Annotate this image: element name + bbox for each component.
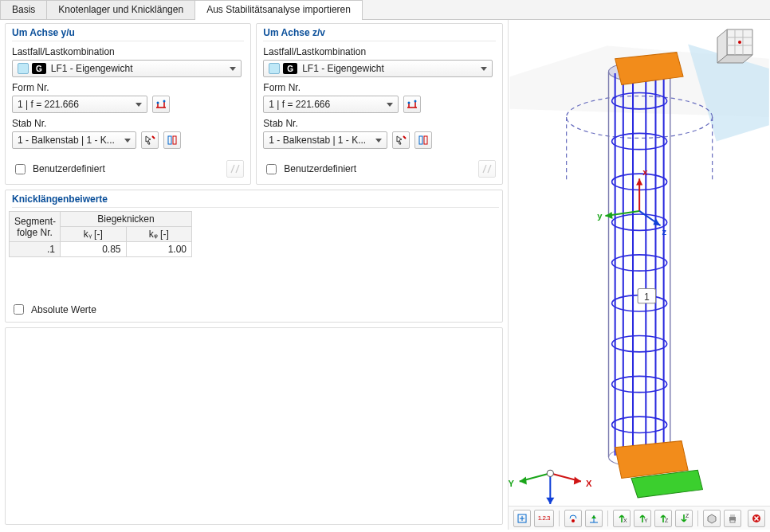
cell-segment: .1: [10, 242, 61, 257]
cell-kz[interactable]: 1.00: [126, 242, 192, 257]
group-buckling-factors: Knicklängenbeiwerte Segment- folge Nr. B…: [5, 190, 503, 323]
svg-text:Y: Y: [644, 518, 648, 523]
col-biegeknicken-header: Biegeknicken: [61, 212, 192, 227]
navigation-cube[interactable]: [714, 26, 759, 71]
svg-rect-68: [730, 520, 735, 522]
pick-member-button-y[interactable]: [141, 131, 159, 149]
refresh-view-button[interactable]: [513, 510, 531, 527]
svg-point-33: [611, 417, 666, 432]
svg-rect-7: [424, 136, 427, 144]
form-value-z: 1 | f = 221.666: [269, 99, 330, 110]
svg-text:x: x: [642, 167, 648, 177]
group-axis-yu-title: Um Achse y/u: [12, 27, 244, 41]
form-dropdown-y[interactable]: 1 | f = 221.666: [12, 96, 147, 113]
form-dropdown-z[interactable]: 1 | f = 221.666: [263, 96, 399, 113]
userdefined-checkbox-input-y[interactable]: [15, 164, 26, 174]
g-tag-icon: G: [32, 63, 46, 74]
show-load-button[interactable]: [564, 510, 582, 527]
model-svg: y x z 1 X Y: [509, 20, 770, 506]
table-row[interactable]: .1 0.85 1.00: [10, 242, 192, 257]
print-view-button[interactable]: [724, 510, 741, 527]
close-panel-button[interactable]: [748, 510, 765, 527]
group-axis-yu: Um Achse y/u Lastfall/Lastkombination G …: [5, 23, 251, 185]
svg-point-29: [611, 255, 666, 271]
loadcase-value-y: LF1 - Eigengewicht: [51, 63, 133, 74]
tab-import-stability[interactable]: Aus Stabilitätsanalyse importieren: [194, 0, 363, 19]
svg-marker-38: [636, 178, 642, 185]
loadcase-label-z: Lastfall/Lastkombination: [263, 46, 495, 57]
userdefined-label-z: Benutzerdefiniert: [284, 163, 356, 174]
absolute-values-checkbox[interactable]: Absolute Werte: [10, 302, 499, 317]
model-viewport[interactable]: y x z 1 X Y: [509, 20, 770, 506]
colour-swatch-icon: [18, 63, 29, 74]
empty-details-area: [5, 327, 503, 525]
svg-marker-49: [574, 476, 581, 484]
svg-marker-65: [708, 514, 716, 523]
form-label-z: Form Nr.: [263, 82, 495, 93]
svg-point-59: [572, 519, 575, 522]
svg-marker-55: [546, 498, 554, 504]
userdefined-extra-button-z: [478, 160, 496, 178]
viewport-toolbar: 1.2.3 X Y Z Z: [509, 506, 770, 530]
tab-knotenlager[interactable]: Knotenlager und Knicklängen: [46, 0, 195, 19]
svg-rect-6: [419, 136, 422, 144]
view-neg-z-button[interactable]: Z: [675, 510, 693, 527]
svg-marker-60: [591, 515, 596, 518]
group-axis-zv-title: Um Achse z/v: [263, 27, 495, 41]
view-y-button[interactable]: Y: [634, 510, 651, 527]
pick-member-button-z[interactable]: [392, 131, 410, 149]
view-x-button[interactable]: X: [613, 510, 631, 527]
col-ky-header: kᵧ [-]: [61, 227, 127, 242]
member-settings-button-y[interactable]: [163, 131, 181, 149]
userdefined-checkbox-y[interactable]: Benutzerdefiniert: [12, 162, 105, 177]
colour-swatch-icon: [269, 63, 280, 74]
member-dropdown-z[interactable]: 1 - Balkenstab | 1 - K...: [263, 131, 387, 149]
g-tag-icon: G: [283, 63, 297, 74]
userdefined-checkbox-z[interactable]: Benutzerdefiniert: [263, 162, 356, 177]
buckling-factors-table: Segment- folge Nr. Biegeknicken kᵧ [-] k…: [9, 211, 192, 257]
tab-basis[interactable]: Basis: [0, 0, 47, 19]
form-label-y: Form Nr.: [12, 82, 244, 93]
member-value-z: 1 - Balkenstab | 1 - K...: [269, 135, 366, 146]
group-axis-zv: Um Achse z/v Lastfall/Lastkombination G …: [256, 23, 502, 185]
member-settings-button-z[interactable]: [414, 131, 432, 149]
assign-form-button-y[interactable]: [152, 96, 170, 113]
loadcase-dropdown-y[interactable]: G LF1 - Eigengewicht: [12, 60, 242, 77]
svg-text:X: X: [623, 518, 627, 523]
tab-bar: Basis Knotenlager und Knicklängen Aus St…: [0, 0, 770, 20]
svg-point-31: [611, 336, 666, 352]
absolute-values-label: Absolute Werte: [31, 304, 96, 315]
userdefined-checkbox-input-z[interactable]: [266, 164, 277, 174]
group-buckling-factors-title: Knicklängenbeiwerte: [12, 194, 499, 208]
view-z-button[interactable]: Z: [654, 510, 672, 527]
svg-rect-2: [168, 136, 171, 144]
svg-point-15: [738, 41, 741, 44]
svg-text:Y: Y: [509, 479, 514, 488]
svg-text:y: y: [597, 211, 603, 221]
col-kz-header: kᵩ [-]: [126, 227, 192, 242]
member-label-y: Stab Nr.: [12, 118, 244, 129]
cell-ky[interactable]: 0.85: [61, 242, 127, 257]
right-panel: y x z 1 X Y: [508, 20, 770, 530]
svg-point-28: [611, 214, 666, 230]
svg-text:X: X: [586, 479, 592, 488]
absolute-values-checkbox-input[interactable]: [14, 304, 24, 315]
svg-rect-3: [173, 136, 176, 144]
svg-text:z: z: [662, 227, 666, 237]
loadcase-value-z: LF1 - Eigengewicht: [302, 63, 384, 74]
svg-text:Z: Z: [665, 518, 669, 523]
member-label-z: Stab Nr.: [263, 118, 495, 129]
loadcase-dropdown-z[interactable]: G LF1 - Eigengewicht: [263, 60, 493, 77]
show-numbers-button[interactable]: 1.2.3: [534, 510, 554, 527]
svg-point-26: [611, 133, 666, 149]
isometric-view-button[interactable]: [703, 510, 721, 527]
show-supports-button[interactable]: [585, 510, 603, 527]
loadcase-label-y: Lastfall/Lastkombination: [12, 46, 244, 57]
svg-point-32: [611, 376, 666, 392]
assign-form-button-z[interactable]: [403, 96, 421, 113]
member-dropdown-y[interactable]: 1 - Balkenstab | 1 - K...: [12, 131, 136, 149]
svg-point-5: [414, 100, 417, 103]
svg-point-4: [408, 102, 411, 104]
col-segment-header: Segment- folge Nr.: [10, 212, 61, 242]
userdefined-label-y: Benutzerdefiniert: [33, 163, 105, 174]
